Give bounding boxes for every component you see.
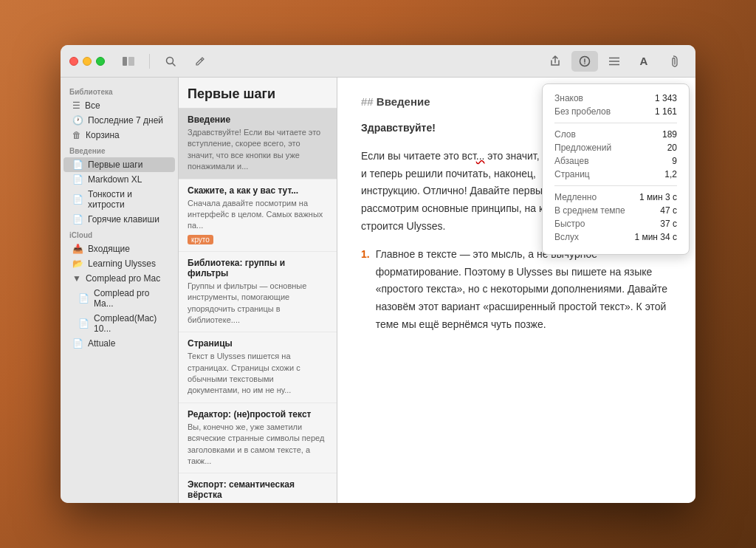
sidebar-item-tips[interactable]: 📄 Тонкости и хитрости [63, 187, 175, 212]
editor-area: ## Введение Здравствуйте! Если вы читает… [337, 78, 695, 503]
sidebar-complead1-label: Complead pro Ma... [94, 288, 166, 309]
doc-item-preview-1: Сначала давайте посмотрим на интерфейс в… [188, 198, 328, 232]
stats-button[interactable] [571, 51, 598, 72]
stats-slow-label: Медленно [554, 192, 597, 202]
share-button[interactable] [542, 51, 568, 72]
hotkeys-icon: 📄 [72, 214, 83, 225]
sidebar-item-inbox[interactable]: 📥 Входящие [63, 242, 175, 256]
stats-row-words: Слов 189 [554, 129, 677, 140]
separator [149, 54, 150, 69]
stats-row-paragraphs: Абзацев 9 [554, 156, 677, 166]
sidebar: Библиотека ☰ Все 🕐 Последние 7 дней 🗑 Ко… [61, 78, 179, 503]
doc-item-preview-2: Группы и фильтры — основные инструменты,… [188, 281, 328, 326]
learning-icon: 📂 [72, 258, 83, 269]
close-button[interactable] [69, 57, 78, 66]
sidebar-item-trash[interactable]: 🗑 Корзина [63, 128, 175, 143]
font-button[interactable]: A [630, 51, 657, 72]
trash-icon: 🗑 [72, 130, 81, 140]
doc-icon: 📄 [72, 160, 83, 170]
svg-line-3 [173, 63, 176, 66]
traffic-lights [69, 57, 105, 66]
sidebar-item-attuale[interactable]: 📄 Attuale [63, 336, 175, 351]
stats-row-no-spaces: Без пробелов 1 161 [554, 106, 677, 117]
main-content: Библиотека ☰ Все 🕐 Последние 7 дней 🗑 Ко… [61, 78, 695, 503]
stats-chars-value: 1 343 [655, 93, 677, 103]
stats-row-slow: Медленно 1 мин 3 с [554, 192, 677, 202]
editor-list-item-1: 1. Главное в тексте — это мысль, а не вы… [361, 246, 672, 334]
stats-slow-value: 1 мин 3 с [639, 192, 677, 202]
svg-rect-1 [128, 57, 134, 66]
stats-popup: Знаков 1 343 Без пробелов 1 161 Слов 189… [542, 83, 690, 255]
doc-item-title-0: Введение [188, 114, 328, 125]
markdown-icon: 📄 [72, 174, 83, 185]
stats-medium-label: В среднем темпе [554, 205, 625, 216]
doc-item-preview-4: Вы, конечно же, уже заметили всяческие с… [188, 422, 328, 467]
sidebar-hotkeys-label: Горячие клавиши [88, 214, 159, 225]
doc-item-1[interactable]: Скажите, а как у вас тут... Сначала дава… [179, 179, 337, 252]
heading-hash: ## [361, 95, 374, 108]
complead2-icon: 📄 [78, 318, 89, 329]
sidebar-recent-label: Последние 7 дней [88, 115, 163, 126]
sidebar-item-complead-group[interactable]: ▼ Complead pro Mac [63, 271, 175, 286]
sidebar-all-label: Все [85, 100, 100, 111]
stats-row-aloud: Вслух 1 мин 34 с [554, 232, 677, 242]
compose-button[interactable] [188, 51, 212, 72]
all-icon: ☰ [72, 100, 80, 111]
doc-item-5[interactable]: Экспорт: семантическая вёрстка Теперь ин… [179, 473, 337, 503]
minimize-button[interactable] [83, 57, 92, 66]
doc-item-0[interactable]: Введение Здравствуйте! Если вы читаете э… [179, 109, 337, 179]
sidebar-tips-label: Тонкости и хитрости [88, 189, 166, 210]
list-view-button[interactable] [601, 51, 628, 72]
attuale-icon: 📄 [72, 338, 83, 349]
stats-paragraphs-label: Абзацев [554, 156, 589, 166]
sidebar-item-learning[interactable]: 📂 Learning Ulysses [63, 256, 175, 271]
stats-row-sentences: Предложений 20 [554, 143, 677, 153]
sidebar-item-recent[interactable]: 🕐 Последние 7 дней [63, 113, 175, 128]
stats-row-medium: В среднем темпе 47 с [554, 205, 677, 216]
library-section-label: Библиотека [61, 83, 178, 98]
doc-item-2[interactable]: Библиотека: группы и фильтры Группы и фи… [179, 252, 337, 333]
doc-item-3[interactable]: Страницы Текст в Ulysses пишется на стра… [179, 332, 337, 403]
stats-aloud-value: 1 мин 34 с [634, 232, 677, 242]
doc-item-preview-5: Теперь интересное. Из одного и того же т… [188, 502, 328, 503]
doc-item-title-2: Библиотека: группы и фильтры [188, 258, 328, 278]
stats-divider-1 [554, 123, 677, 123]
doc-item-preview-3: Текст в Ulysses пишется на страницах. Ст… [188, 351, 328, 397]
doc-item-4[interactable]: Редактор: (не)простой текст Вы, конечно … [179, 403, 337, 474]
toolbar-right: A [542, 51, 687, 72]
stats-divider-2 [554, 185, 677, 186]
sidebar-trash-label: Корзина [86, 130, 120, 140]
stats-no-spaces-label: Без пробелов [554, 106, 611, 117]
sidebar-attuale-label: Attuale [88, 338, 115, 349]
sidebar-complead2-label: Complead(Mac) 10... [94, 313, 166, 334]
doc-item-title-1: Скажите, а как у вас тут... [188, 185, 328, 196]
sidebar-item-complead2[interactable]: 📄 Complead(Mac) 10... [63, 311, 175, 336]
sidebar-item-hotkeys[interactable]: 📄 Горячие клавиши [63, 212, 175, 227]
recent-icon: 🕐 [72, 115, 83, 126]
stats-fast-label: Быстро [554, 219, 585, 229]
stats-sentences-value: 20 [667, 143, 677, 153]
list-text-1: Главное в тексте — это мысль, а не вычур… [376, 246, 672, 334]
complead1-icon: 📄 [78, 293, 89, 304]
stats-medium-value: 47 с [660, 205, 677, 216]
sidebar-learning-label: Learning Ulysses [88, 258, 156, 269]
stats-aloud-label: Вслух [554, 232, 579, 242]
sidebar-item-all[interactable]: ☰ Все [63, 98, 175, 113]
attachments-button[interactable] [660, 51, 687, 72]
maximize-button[interactable] [96, 57, 105, 66]
doc-item-title-4: Редактор: (не)простой текст [188, 409, 328, 419]
stats-chars-label: Знаков [554, 93, 583, 103]
svg-line-4 [201, 59, 202, 61]
layout-toggle-button[interactable] [117, 51, 140, 72]
stats-row-fast: Быстро 37 с [554, 219, 677, 229]
stats-paragraphs-value: 9 [672, 156, 677, 166]
sidebar-item-firststeps[interactable]: 📄 Первые шаги [63, 157, 175, 172]
search-button[interactable] [159, 51, 182, 72]
sidebar-item-markdown[interactable]: 📄 Markdown XL [63, 172, 175, 187]
doc-list-header: Первые шаги [179, 78, 337, 109]
stats-pages-label: Страниц [554, 169, 590, 179]
sidebar-item-complead1[interactable]: 📄 Complead pro Ma... [63, 286, 175, 311]
intro-section-label: Введение [61, 143, 178, 157]
doc-item-title-5: Экспорт: семантическая вёрстка [188, 479, 328, 500]
stats-words-label: Слов [554, 129, 576, 140]
